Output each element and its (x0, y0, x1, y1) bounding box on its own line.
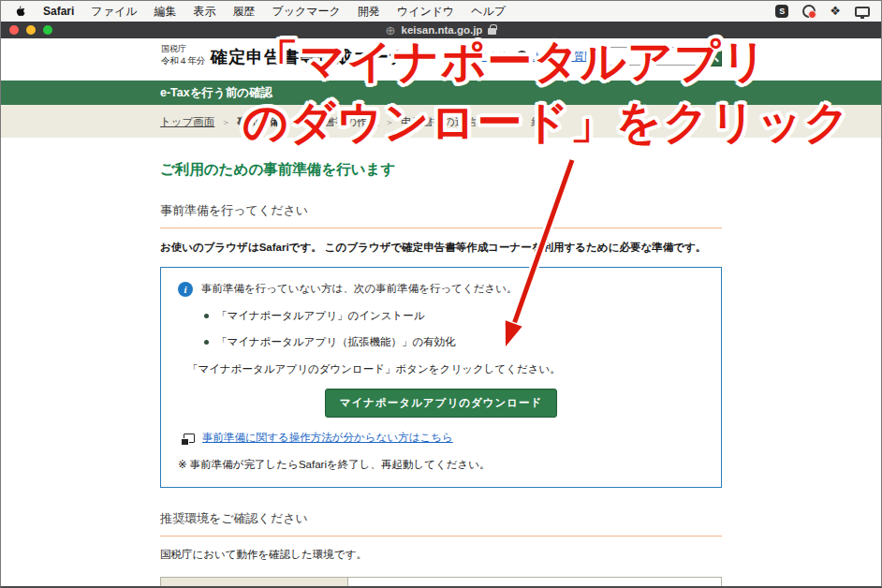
list-item: 「マイナポータルアプリ」のインストール (204, 309, 704, 323)
question-icon: ? (516, 51, 528, 63)
preparation-section-title: 事前準備を行ってください (160, 202, 722, 228)
menu-history[interactable]: 履歴 (232, 4, 255, 20)
environment-table: OS mac OS 10.15（Catalina）（※1） mac OS 11（… (160, 577, 722, 588)
agency-label: 国税庁 (161, 43, 186, 55)
safari-title-bar: ⊕ keisan.nta.go.jp (1, 22, 881, 38)
breadcrumb-separator: ＞ (385, 116, 394, 129)
skitch-status-icon[interactable]: S (775, 5, 788, 18)
preparation-list: 「マイナポータルアプリ」のインストール 「マイナポータルアプリ（拡張機能）」の有… (178, 309, 704, 349)
menu-help[interactable]: ヘルプ (471, 4, 506, 20)
breadcrumb-top[interactable]: トップ画面 (160, 115, 214, 129)
url-text: keisan.nta.go.jp (401, 24, 482, 36)
table-row: OS mac OS 10.15（Catalina）（※1） mac OS 11（… (161, 578, 722, 588)
search-button[interactable] (701, 46, 722, 66)
menu-file[interactable]: ファイル (91, 4, 137, 20)
macos-menu-bar: Safari ファイル 編集 表示 履歴 ブックマーク 開発 ウインドウ ヘルプ… (1, 1, 881, 22)
page-title: ご利用のための事前準備を行います (160, 160, 722, 180)
search-icon (707, 51, 714, 58)
menu-edit[interactable]: 編集 (154, 4, 176, 20)
zoom-window-button[interactable] (43, 25, 52, 35)
preparation-info-box: i 事前準備を行っていない方は、次の事前準備を行ってください。 「マイナポータル… (160, 267, 722, 488)
minimize-window-button[interactable] (26, 25, 36, 35)
globe-icon: ⊕ (386, 24, 396, 37)
lock-icon (488, 28, 496, 35)
info-lead-text: 事前準備を行っていない方は、次の事前準備を行ってください。 (201, 282, 518, 296)
screenshot-root: Safari ファイル 編集 表示 履歴 ブックマーク 開発 ウインドウ ヘルプ… (0, 0, 882, 588)
screen-recording-icon[interactable] (802, 5, 816, 18)
page-content: ご利用のための事前準備を行います 事前準備を行ってください お使いのブラウザはS… (160, 160, 722, 588)
site-title: 確定申告書等作成コーナー (211, 46, 425, 68)
notice-bar-title: e-Taxを行う前の確認 (160, 81, 722, 105)
menu-status-icons: S ❖ (775, 5, 870, 18)
menu-bookmarks[interactable]: ブックマーク (272, 4, 340, 20)
site-header: 国税庁 令和４年分 確定申告書等作成コーナー ご利用ガイド ? よくある質問 (1, 38, 881, 81)
browser-note: お使いのブラウザはSafariです。 このブラウザで確定申告書等作成コーナーを利… (160, 241, 722, 255)
breadcrumb-create: 申告書等の作成 (302, 115, 378, 129)
menu-window[interactable]: ウインドウ (397, 4, 454, 20)
environment-note: 国税庁において動作を確認した環境です。 (160, 548, 722, 562)
site-search (604, 46, 722, 66)
breadcrumb: トップ画面 ＞ 事前準備 ＞ 申告書等の作成 ＞ 申告書等の送信・印刷 ＞ 終了 (1, 105, 881, 138)
environment-section-title: 推奨環境をご確認ください (160, 510, 722, 537)
list-item: 「マイナポータルアプリ（拡張機能）」の有効化 (204, 335, 704, 349)
usage-guide-link[interactable]: ご利用ガイド (444, 50, 507, 64)
search-input[interactable] (604, 47, 701, 66)
download-instruction: 「マイナポータルアプリのダウンロード」ボタンをクリックしてください。 (187, 362, 704, 376)
os-row-header: OS (161, 578, 348, 588)
dropbox-icon[interactable]: ❖ (830, 5, 841, 18)
notice-bar: e-Taxを行う前の確認 (1, 81, 881, 105)
menu-safari[interactable]: Safari (43, 5, 74, 18)
preparation-help-link[interactable]: 事前準備に関する操作方法が分からない方はこちら (202, 431, 453, 445)
faq-link[interactable]: よくある質問 (532, 50, 595, 64)
menu-view[interactable]: 表示 (193, 4, 215, 20)
breadcrumb-finish: 終了 (531, 115, 552, 129)
breadcrumb-preparation: 事前準備 (237, 115, 280, 129)
tax-year-label: 令和４年分 (161, 55, 206, 67)
apple-menu[interactable] (14, 5, 26, 19)
breadcrumb-send-print: 申告書等の送信・印刷 (401, 115, 508, 129)
breadcrumb-separator: ＞ (515, 116, 524, 129)
mynaportal-download-button[interactable]: マイナポータルアプリのダウンロード (325, 389, 558, 418)
os-row-values: mac OS 10.15（Catalina）（※1） mac OS 11（Big… (348, 578, 722, 588)
address-bar[interactable]: ⊕ keisan.nta.go.jp (1, 22, 881, 38)
external-window-icon (184, 434, 195, 443)
breadcrumb-separator: ＞ (221, 116, 230, 129)
menu-develop[interactable]: 開発 (358, 4, 380, 20)
faq-link-wrap[interactable]: ? よくある質問 (516, 50, 595, 64)
close-window-button[interactable] (9, 25, 19, 35)
info-icon: i (178, 282, 193, 297)
display-icon[interactable] (855, 7, 870, 17)
apple-icon (14, 5, 26, 19)
breadcrumb-separator: ＞ (287, 116, 296, 129)
window-controls (9, 25, 52, 35)
restart-note: ※ 事前準備が完了したらSafariを終了し、再起動してください。 (178, 458, 704, 472)
